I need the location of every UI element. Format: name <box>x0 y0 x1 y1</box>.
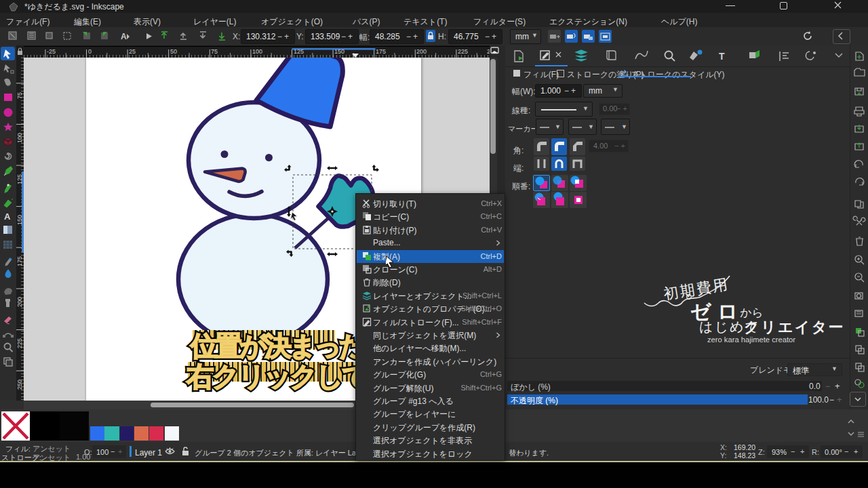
svg-text:200: 200 <box>16 297 23 307</box>
svg-text:125: 125 <box>16 174 23 184</box>
svg-text:75: 75 <box>211 48 218 55</box>
svg-text:T: T <box>719 51 725 62</box>
svg-text:100: 100 <box>252 48 262 55</box>
svg-text:100: 100 <box>16 133 23 143</box>
svg-text:225: 225 <box>458 48 468 55</box>
svg-text:250: 250 <box>16 380 23 390</box>
svg-text:-25: -25 <box>47 48 56 55</box>
svg-text:25: 25 <box>129 48 136 55</box>
svg-text:75: 75 <box>16 92 23 99</box>
svg-text:A: A <box>121 32 127 41</box>
svg-text:150: 150 <box>16 215 23 225</box>
svg-text:50: 50 <box>170 48 177 55</box>
svg-text:175: 175 <box>16 256 23 266</box>
svg-text:175: 175 <box>376 48 386 55</box>
svg-text:0: 0 <box>88 48 92 55</box>
svg-text:A: A <box>4 211 11 222</box>
svg-text:125: 125 <box>294 48 304 55</box>
svg-text:150: 150 <box>334 48 344 55</box>
svg-text:200: 200 <box>416 48 427 55</box>
svg-text:225: 225 <box>16 338 23 348</box>
